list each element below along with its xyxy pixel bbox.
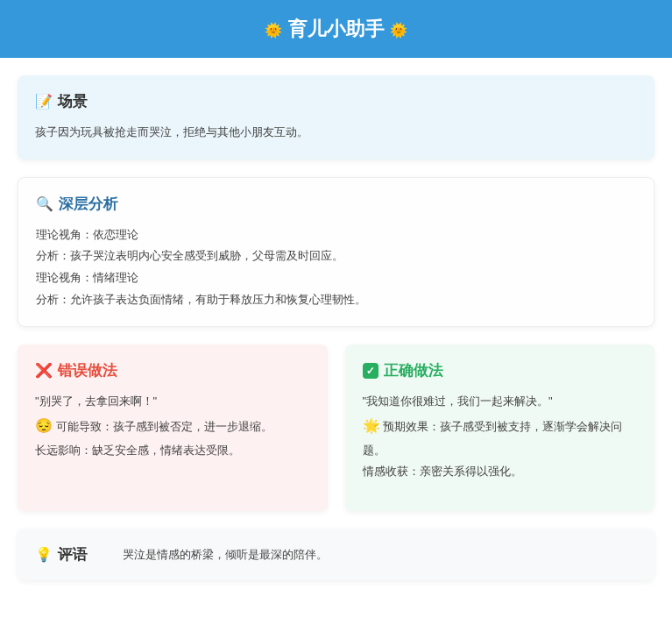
note-icon: 📝 xyxy=(35,93,53,110)
analysis-body: 理论视角：依恋理论 分析：孩子哭泣表明内心安全感受到威胁，父母需及时回应。 理论… xyxy=(36,224,636,311)
analysis-line: 理论视角：依恋理论 xyxy=(36,224,636,246)
magnifier-icon: 🔍 xyxy=(36,195,53,212)
right-body: "我知道你很难过，我们一起来解决。" 🌟 预期效果：孩子感受到被支持，逐渐学会解… xyxy=(363,391,638,482)
analysis-title-row: 🔍 深层分析 xyxy=(36,194,636,214)
scene-title: 场景 xyxy=(58,91,88,111)
analysis-title: 深层分析 xyxy=(59,194,118,214)
page-title: 育儿小助手 xyxy=(288,18,385,39)
wrong-title-row: ❌ 错误做法 xyxy=(35,360,310,380)
scene-card: 📝 场景 孩子因为玩具被抢走而哭泣，拒绝与其他小朋友互动。 xyxy=(18,75,654,160)
analysis-card: 🔍 深层分析 理论视角：依恋理论 分析：孩子哭泣表明内心安全感受到威胁，父母需及… xyxy=(18,177,654,328)
check-icon: ✓ xyxy=(363,363,378,379)
star-icon: 🌟 xyxy=(363,418,380,433)
right-line: 🌟 预期效果：孩子感受到被支持，逐渐学会解决问题。 xyxy=(363,413,638,461)
right-line-text: 预期效果：孩子感受到被支持，逐渐学会解决问题。 xyxy=(363,420,623,456)
wrong-body: "别哭了，去拿回来啊！" 😔 可能导致：孩子感到被否定，进一步退缩。 长远影响：… xyxy=(35,391,310,461)
wrong-line: 长远影响：缺乏安全感，情绪表达受限。 xyxy=(35,440,310,462)
summary-text: 哭泣是情感的桥梁，倾听是最深的陪伴。 xyxy=(123,547,328,563)
summary-label: 评语 xyxy=(58,544,88,565)
analysis-line: 分析：孩子哭泣表明内心安全感受到威胁，父母需及时回应。 xyxy=(36,245,636,267)
wrong-quote: "别哭了，去拿回来啊！" xyxy=(35,391,310,413)
wrong-line-text: 可能导致：孩子感到被否定，进一步退缩。 xyxy=(56,420,272,433)
wrong-card: ❌ 错误做法 "别哭了，去拿回来啊！" 😔 可能导致：孩子感到被否定，进一步退缩… xyxy=(18,344,328,511)
analysis-line: 分析：允许孩子表达负面情绪，有助于释放压力和恢复心理韧性。 xyxy=(36,289,636,311)
page-header: 🌞 育儿小助手 🌞 xyxy=(0,0,672,58)
wrong-title: 错误做法 xyxy=(58,360,117,380)
scene-title-row: 📝 场景 xyxy=(35,91,637,111)
sun-icon: 🌞 xyxy=(265,23,282,38)
sun-icon: 🌞 xyxy=(390,23,407,38)
right-line: 情感收获：亲密关系得以强化。 xyxy=(363,461,638,483)
scene-text: 孩子因为玩具被抢走而哭泣，拒绝与其他小朋友互动。 xyxy=(35,122,637,144)
right-title-row: ✓ 正确做法 xyxy=(363,360,638,380)
right-title: 正确做法 xyxy=(384,360,443,380)
summary-card: 💡 评语 哭泣是情感的桥梁，倾听是最深的陪伴。 xyxy=(18,529,654,580)
summary-label-row: 💡 评语 xyxy=(35,544,88,565)
analysis-line: 理论视角：情绪理论 xyxy=(36,267,636,289)
approach-row: ❌ 错误做法 "别哭了，去拿回来啊！" 😔 可能导致：孩子感到被否定，进一步退缩… xyxy=(18,344,654,511)
cross-icon: ❌ xyxy=(35,362,53,379)
content-container: 📝 场景 孩子因为玩具被抢走而哭泣，拒绝与其他小朋友互动。 🔍 深层分析 理论视… xyxy=(0,58,672,598)
sad-icon: 😔 xyxy=(35,418,53,433)
right-card: ✓ 正确做法 "我知道你很难过，我们一起来解决。" 🌟 预期效果：孩子感受到被支… xyxy=(345,344,655,511)
right-quote: "我知道你很难过，我们一起来解决。" xyxy=(363,391,638,413)
bulb-icon: 💡 xyxy=(35,546,53,563)
wrong-line: 😔 可能导致：孩子感到被否定，进一步退缩。 xyxy=(35,413,310,439)
